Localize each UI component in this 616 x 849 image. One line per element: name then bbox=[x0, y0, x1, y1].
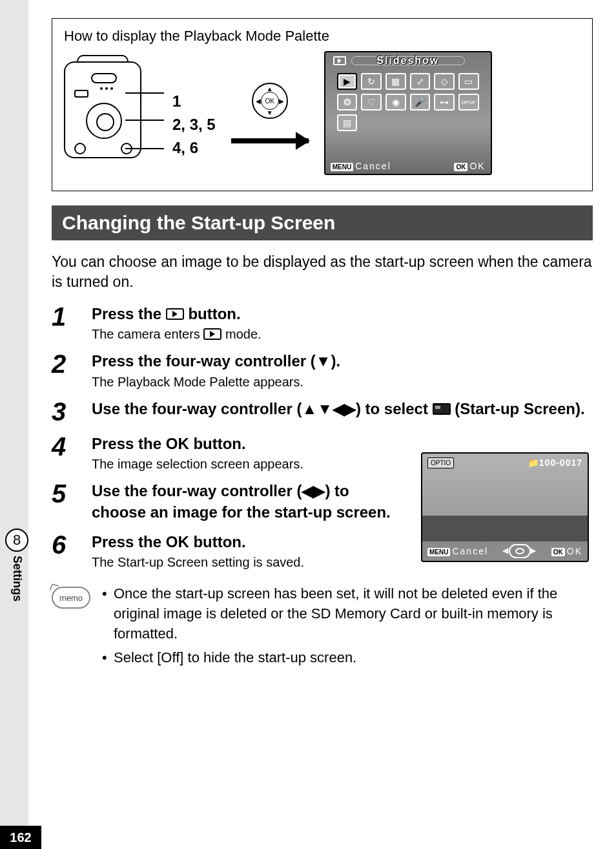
palette-title: Slideshow bbox=[376, 55, 439, 67]
intro-paragraph: You can choose an image to be displayed … bbox=[52, 252, 593, 292]
image-selection-screenshot: OPTIO 📁100-0017 MENUCancel OKOK bbox=[421, 452, 589, 562]
step-title: Press the four-way controller (▼). bbox=[92, 351, 593, 372]
palette-icon-frame: ▭ bbox=[458, 73, 479, 90]
side-tab-number: 8 bbox=[5, 529, 28, 552]
step-sub: The image selection screen appears. bbox=[92, 457, 402, 472]
palette-icon-protect: ⊶ bbox=[434, 94, 455, 110]
page-content: How to display the Playback Mode Palette bbox=[28, 0, 616, 849]
step-num: 6 bbox=[52, 532, 75, 570]
step-1: 1 Press the button. The camera enters mo… bbox=[52, 304, 593, 342]
palette-icon-grid: ▶ ↻ ▦ ⤢ ◇ ▭ ❂ ♡ ◉ 🎤 ⊶ DPOF ▤ bbox=[337, 73, 479, 131]
callout-labels: 1 2, 3, 5 4, 6 bbox=[172, 90, 216, 160]
section-heading: Changing the Start-up Screen bbox=[52, 205, 593, 240]
shot2-ok: OKOK bbox=[551, 546, 582, 556]
shot2-nav-icon bbox=[509, 544, 531, 558]
memo-item: Once the start-up screen has been set, i… bbox=[102, 584, 593, 644]
palette-icon-heart: ♡ bbox=[361, 94, 382, 110]
callout-1: 1 bbox=[172, 90, 216, 113]
step-sub: The Playback Mode Palette appears. bbox=[92, 375, 593, 390]
step-sub: The camera enters mode. bbox=[92, 327, 593, 342]
step-2: 2 Press the four-way controller (▼). The… bbox=[52, 351, 593, 389]
intro-title: How to display the Playback Mode Palette bbox=[64, 28, 580, 45]
memo-list: Once the start-up screen has been set, i… bbox=[102, 584, 593, 671]
shot2-file-number: 📁100-0017 bbox=[528, 457, 582, 468]
camera-outline bbox=[64, 55, 161, 171]
arrow-right-icon bbox=[231, 138, 309, 143]
palette-icon-diamond: ◇ bbox=[434, 73, 455, 90]
callout-2: 2, 3, 5 bbox=[172, 113, 216, 136]
palette-icon-redeye: ◉ bbox=[385, 94, 406, 110]
step-num: 4 bbox=[52, 434, 75, 472]
palette-icon-filter: ❂ bbox=[337, 94, 358, 110]
step-title: Use the four-way controller (▲▼◀▶) to se… bbox=[92, 399, 593, 419]
step-title: Use the four-way controller (◀▶) to choo… bbox=[92, 481, 395, 523]
shot2-icon-startup: OPTIO bbox=[427, 457, 454, 468]
left-margin-strip bbox=[0, 0, 28, 849]
memo-item: Select [Off] to hide the start-up screen… bbox=[102, 648, 593, 668]
palette-menu-cancel: MENUCancel bbox=[331, 161, 391, 171]
playback-mode-icon bbox=[203, 328, 221, 340]
palette-icon-rotate: ↻ bbox=[361, 73, 382, 90]
playback-palette-box: How to display the Playback Mode Palette bbox=[52, 18, 593, 191]
palette-ok: OKOK bbox=[454, 161, 485, 171]
step-num: 5 bbox=[52, 481, 75, 523]
step-num: 3 bbox=[52, 399, 75, 424]
camera-diagram: 1 2, 3, 5 4, 6 bbox=[64, 55, 216, 171]
dpad-arrow-diagram: ▲ ▼ ◀ ▶ OK bbox=[231, 83, 309, 143]
step-num: 2 bbox=[52, 351, 75, 389]
step-3: 3 Use the four-way controller (▲▼◀▶) to … bbox=[52, 399, 593, 424]
palette-icon-dpof: DPOF bbox=[458, 94, 479, 110]
palette-screen: Slideshow ▶ ↻ ▦ ⤢ ◇ ▭ ❂ ♡ ◉ 🎤 ⊶ DPOF bbox=[324, 51, 492, 175]
palette-icon-grid: ▦ bbox=[385, 73, 406, 90]
step-num: 1 bbox=[52, 304, 75, 342]
memo-badge: memo bbox=[52, 587, 90, 609]
palette-icon-startup: ▤ bbox=[337, 114, 358, 131]
four-way-controller-icon: ▲ ▼ ◀ ▶ OK bbox=[252, 83, 288, 119]
startup-screen-icon bbox=[433, 403, 451, 415]
step-title: Press the button. bbox=[92, 304, 593, 324]
callout-3: 4, 6 bbox=[172, 136, 216, 160]
side-tab-label: Settings bbox=[10, 556, 24, 602]
shot2-menu-cancel: MENUCancel bbox=[427, 546, 488, 556]
palette-icon-voice: 🎤 bbox=[410, 94, 431, 110]
memo-section: memo Once the start-up screen has been s… bbox=[52, 584, 593, 671]
playback-button-icon bbox=[166, 308, 184, 320]
palette-icon-resize: ⤢ bbox=[410, 73, 431, 90]
step-title: Press the OK button. bbox=[92, 434, 402, 454]
playback-mode-icon bbox=[333, 56, 346, 65]
palette-icon-slideshow: ▶ bbox=[337, 73, 358, 90]
